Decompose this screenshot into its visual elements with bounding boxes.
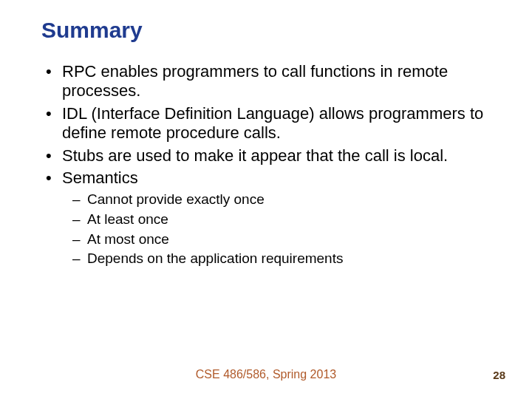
page-number: 28	[493, 369, 505, 381]
slide-title: Summary	[41, 18, 497, 43]
sub-bullet-item: At least once	[72, 211, 497, 229]
bullet-item: IDL (Interface Definition Language) allo…	[41, 104, 497, 143]
bullet-text: Semantics	[62, 168, 138, 187]
sub-bullet-item: Cannot provide exactly once	[72, 191, 497, 209]
bullet-item: Semantics Cannot provide exactly once At…	[41, 168, 497, 268]
bullet-item: Stubs are used to make it appear that th…	[41, 146, 497, 166]
bullet-list: RPC enables programmers to call function…	[41, 62, 497, 268]
sub-bullet-list: Cannot provide exactly once At least onc…	[62, 191, 497, 268]
bullet-item: RPC enables programmers to call function…	[41, 62, 497, 101]
sub-bullet-item: Depends on the application requirements	[72, 250, 497, 268]
slide: Summary RPC enables programmers to call …	[0, 0, 532, 399]
sub-bullet-item: At most once	[72, 231, 497, 249]
footer-course: CSE 486/586, Spring 2013	[0, 368, 532, 381]
